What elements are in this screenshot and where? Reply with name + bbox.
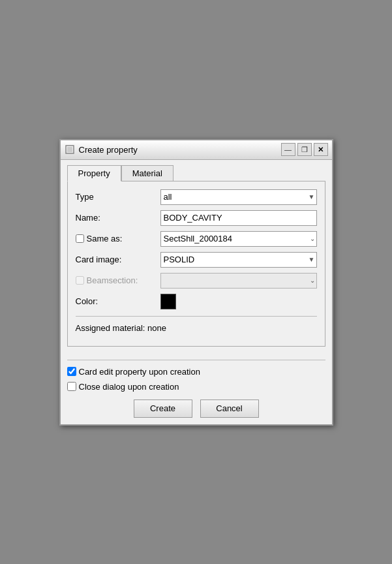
beamsection-select[interactable] [160, 273, 317, 289]
same-as-control: SectShll_2000184 ⌄ [160, 231, 317, 247]
card-image-control: PSOLID ▼ [160, 252, 317, 268]
window-content: Property Material Type all ▼ Name: [61, 160, 332, 353]
titlebar-controls: — ❐ ✕ [281, 143, 328, 156]
name-label: Name: [76, 213, 160, 223]
card-edit-row: Card edit property upon creation [67, 367, 325, 377]
bottom-section: Card edit property upon creation Close d… [61, 360, 332, 424]
color-swatch[interactable] [160, 294, 176, 309]
close-dialog-checkbox[interactable] [67, 382, 76, 391]
color-label: Color: [76, 296, 160, 306]
color-row: Color: [76, 294, 317, 309]
cancel-button[interactable]: Cancel [200, 400, 259, 418]
type-label: Type [76, 192, 160, 202]
tab-property[interactable]: Property [67, 165, 121, 181]
assigned-material: Assigned material: none [76, 323, 317, 333]
card-image-label: Card image: [76, 255, 160, 264]
tabs: Property Material [67, 165, 325, 181]
card-edit-checkbox[interactable] [67, 367, 76, 376]
same-as-row: Same as: SectShll_2000184 ⌄ [76, 231, 317, 247]
color-control [160, 294, 317, 309]
same-as-label-wrap: Same as: [76, 234, 160, 243]
close-button[interactable]: ✕ [314, 143, 328, 156]
name-control [160, 210, 317, 226]
type-select[interactable]: all [160, 189, 317, 205]
close-dialog-row: Close dialog upon creation [67, 382, 325, 392]
titlebar: Create property — ❐ ✕ [61, 140, 332, 160]
beamsection-label-wrap: Beamsection: [76, 275, 160, 285]
main-window: Create property — ❐ ✕ Property Material … [59, 139, 333, 426]
type-control: all ▼ [160, 189, 317, 205]
restore-button[interactable]: ❐ [297, 143, 312, 156]
tab-material[interactable]: Material [121, 165, 173, 181]
divider-2 [67, 360, 325, 360]
same-as-label: Same as: [87, 234, 123, 243]
type-row: Type all ▼ [76, 189, 317, 205]
bottom-buttons: Create Cancel [67, 400, 325, 418]
card-image-select[interactable]: PSOLID [160, 252, 317, 268]
minimize-button[interactable]: — [281, 143, 295, 156]
svg-rect-1 [67, 147, 72, 152]
divider-1 [76, 316, 317, 317]
window-title: Create property [79, 145, 138, 155]
same-as-select[interactable]: SectShll_2000184 [160, 231, 317, 247]
bottom-checkboxes: Card edit property upon creation Close d… [67, 367, 325, 392]
beamsection-row: Beamsection: ⌄ [76, 273, 317, 289]
create-button[interactable]: Create [134, 400, 192, 418]
beamsection-control: ⌄ [160, 273, 317, 289]
titlebar-left: Create property [65, 144, 138, 155]
beamsection-checkbox[interactable] [76, 276, 84, 285]
name-input[interactable] [160, 210, 317, 226]
name-row: Name: [76, 210, 317, 226]
card-edit-label: Card edit property upon creation [79, 367, 200, 377]
tab-content-property: Type all ▼ Name: Same as: [67, 181, 325, 347]
same-as-checkbox[interactable] [76, 234, 84, 243]
beamsection-label: Beamsection: [87, 275, 138, 285]
close-dialog-label: Close dialog upon creation [79, 382, 179, 392]
window-icon [65, 144, 75, 155]
card-image-row: Card image: PSOLID ▼ [76, 252, 317, 268]
